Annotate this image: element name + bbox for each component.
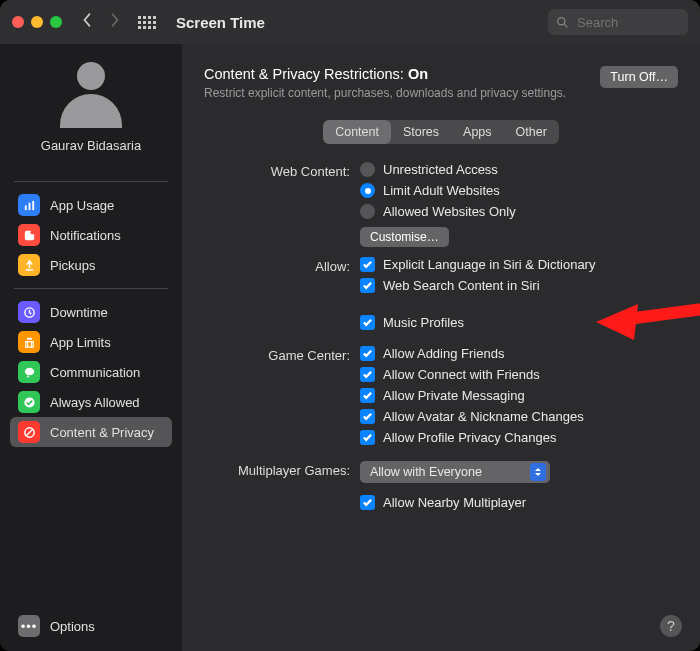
label-game-center: Game Center:: [204, 346, 350, 445]
svg-line-13: [26, 429, 33, 436]
radio-unrestricted[interactable]: Unrestricted Access: [360, 162, 678, 177]
label-allow: Allow:: [204, 257, 350, 330]
checkbox-icon: [360, 278, 375, 293]
check-label: Explicit Language in Siri & Dictionary: [383, 257, 595, 272]
check-label: Web Search Content in Siri: [383, 278, 540, 293]
downtime-icon: [18, 301, 40, 323]
radio-icon: [360, 162, 375, 177]
minimize-window-icon[interactable]: [31, 16, 43, 28]
svg-rect-7: [25, 269, 32, 270]
sidebar-item-app-limits[interactable]: App Limits: [10, 327, 172, 357]
radio-label: Allowed Websites Only: [383, 204, 516, 219]
sidebar-item-options[interactable]: ••• Options: [10, 611, 172, 641]
check-label: Allow Connect with Friends: [383, 367, 540, 382]
page-title: Content & Privacy Restrictions: On: [204, 66, 590, 82]
sidebar-item-label: Pickups: [50, 258, 96, 273]
check-label: Allow Avatar & Nickname Changes: [383, 409, 584, 424]
sidebar-item-label: Communication: [50, 365, 140, 380]
svg-point-0: [558, 17, 565, 24]
sidebar-item-content-privacy[interactable]: Content & Privacy: [10, 417, 172, 447]
window: Screen Time Gaurav Bidasaria App Usage: [0, 0, 700, 651]
communication-icon: [18, 361, 40, 383]
radio-icon: [360, 204, 375, 219]
svg-rect-3: [28, 202, 30, 209]
radio-allowed-only[interactable]: Allowed Websites Only: [360, 204, 678, 219]
content-pane: Content & Privacy Restrictions: On Restr…: [182, 44, 700, 651]
check-web-search-siri[interactable]: Web Search Content in Siri: [360, 278, 678, 293]
checkbox-icon: [360, 495, 375, 510]
app-usage-icon: [18, 194, 40, 216]
close-window-icon[interactable]: [12, 16, 24, 28]
toolbar: Screen Time: [0, 0, 700, 44]
check-private-messaging[interactable]: Allow Private Messaging: [360, 388, 678, 403]
checkbox-icon: [360, 367, 375, 382]
sidebar-item-notifications[interactable]: Notifications: [10, 220, 172, 250]
check-avatar-nickname[interactable]: Allow Avatar & Nickname Changes: [360, 409, 678, 424]
check-connect-friends[interactable]: Allow Connect with Friends: [360, 367, 678, 382]
content-privacy-icon: [18, 421, 40, 443]
divider: [14, 288, 168, 289]
check-explicit-language[interactable]: Explicit Language in Siri & Dictionary: [360, 257, 678, 272]
radio-limit-adult[interactable]: Limit Adult Websites: [360, 183, 678, 198]
updown-icon: [530, 463, 546, 481]
svg-line-1: [564, 24, 567, 27]
forward-button: [106, 12, 124, 33]
check-label: Allow Profile Privacy Changes: [383, 430, 556, 445]
check-nearby-multiplayer[interactable]: Allow Nearby Multiplayer: [360, 495, 678, 510]
check-music-profiles[interactable]: Music Profiles: [360, 315, 678, 330]
check-add-friends[interactable]: Allow Adding Friends: [360, 346, 678, 361]
svg-rect-4: [32, 200, 34, 209]
tab-content[interactable]: Content: [323, 120, 391, 144]
sidebar-item-label: Content & Privacy: [50, 425, 154, 440]
sidebar-item-communication[interactable]: Communication: [10, 357, 172, 387]
search-input[interactable]: [575, 14, 675, 31]
radio-icon: [360, 183, 375, 198]
window-title: Screen Time: [176, 14, 265, 31]
checkbox-icon: [360, 388, 375, 403]
tab-apps[interactable]: Apps: [451, 120, 504, 144]
options-icon: •••: [18, 615, 40, 637]
always-allowed-icon: [18, 391, 40, 413]
sidebar-item-label: Notifications: [50, 228, 121, 243]
svg-rect-9: [26, 337, 32, 339]
svg-rect-2: [24, 205, 26, 210]
sidebar-item-downtime[interactable]: Downtime: [10, 297, 172, 327]
search-field[interactable]: [548, 9, 688, 35]
back-button[interactable]: [78, 12, 96, 33]
check-label: Allow Nearby Multiplayer: [383, 495, 526, 510]
username-label: Gaurav Bidasaria: [41, 138, 141, 153]
svg-point-6: [30, 229, 35, 234]
multiplayer-select[interactable]: Allow with Everyone: [360, 461, 550, 483]
divider: [14, 181, 168, 182]
turn-off-button[interactable]: Turn Off…: [600, 66, 678, 88]
sidebar: Gaurav Bidasaria App Usage Notifications…: [0, 44, 182, 651]
tab-other[interactable]: Other: [504, 120, 559, 144]
radio-label: Limit Adult Websites: [383, 183, 500, 198]
customise-button[interactable]: Customise…: [360, 227, 449, 247]
checkbox-icon: [360, 409, 375, 424]
sidebar-item-label: Downtime: [50, 305, 108, 320]
checkbox-icon: [360, 257, 375, 272]
check-label: Allow Private Messaging: [383, 388, 525, 403]
sidebar-item-label: Options: [50, 619, 95, 634]
sidebar-item-pickups[interactable]: Pickups: [10, 250, 172, 280]
label-multiplayer: Multiplayer Games:: [204, 461, 350, 510]
show-all-icon[interactable]: [138, 16, 156, 29]
page-subtitle: Restrict explicit content, purchases, do…: [204, 86, 590, 100]
search-icon: [556, 16, 569, 29]
tab-bar: Content Stores Apps Other: [323, 120, 559, 144]
app-limits-icon: [18, 331, 40, 353]
sidebar-item-always-allowed[interactable]: Always Allowed: [10, 387, 172, 417]
check-profile-privacy[interactable]: Allow Profile Privacy Changes: [360, 430, 678, 445]
radio-label: Unrestricted Access: [383, 162, 498, 177]
check-label: Music Profiles: [383, 315, 464, 330]
checkbox-icon: [360, 315, 375, 330]
svg-point-10: [24, 367, 33, 374]
fullscreen-window-icon[interactable]: [50, 16, 62, 28]
select-value: Allow with Everyone: [370, 465, 482, 479]
sidebar-item-app-usage[interactable]: App Usage: [10, 190, 172, 220]
avatar: [56, 58, 126, 128]
tab-stores[interactable]: Stores: [391, 120, 451, 144]
help-button[interactable]: ?: [660, 615, 682, 637]
pickups-icon: [18, 254, 40, 276]
